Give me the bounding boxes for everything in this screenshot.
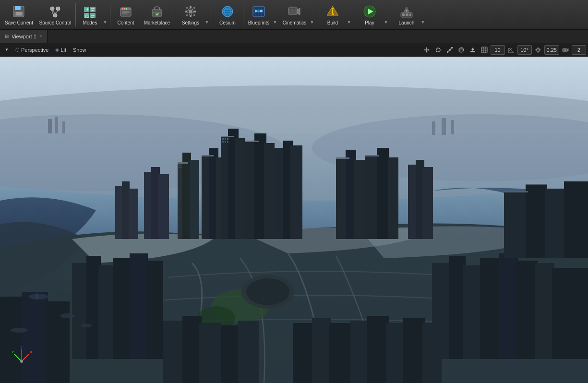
cinematics-group: Cinematics ▼ bbox=[279, 1, 316, 28]
toolbar-separator-4 bbox=[212, 3, 212, 26]
blueprints-icon bbox=[251, 4, 266, 19]
marketplace-button[interactable]: Marketplace bbox=[140, 1, 174, 28]
svg-line-208 bbox=[22, 354, 29, 361]
svg-rect-21 bbox=[91, 15, 95, 16]
blueprints-button[interactable]: Blueprints bbox=[244, 1, 273, 28]
scale-value-display[interactable]: 0.25 bbox=[544, 45, 559, 55]
launch-button[interactable]: Launch bbox=[392, 1, 421, 28]
svg-rect-155 bbox=[130, 253, 148, 359]
source-control-button[interactable]: Source Control bbox=[36, 1, 74, 28]
svg-rect-63 bbox=[332, 13, 334, 15]
svg-line-9 bbox=[55, 11, 58, 13]
toolbar-separator-2 bbox=[110, 3, 110, 26]
perspective-btn[interactable]: ⬡ Perspective bbox=[12, 45, 51, 55]
cinematics-button[interactable]: Cinematics bbox=[279, 1, 310, 28]
cinematics-arrow[interactable]: ▼ bbox=[310, 1, 316, 28]
svg-rect-175 bbox=[329, 323, 350, 383]
marketplace-label: Marketplace bbox=[144, 20, 170, 25]
play-icon bbox=[362, 4, 377, 19]
lit-btn[interactable]: ◈ Lit bbox=[52, 45, 69, 55]
svg-rect-37 bbox=[185, 11, 187, 12]
surface-snap-btn[interactable] bbox=[468, 45, 478, 55]
angle-size-display[interactable]: 10° bbox=[517, 45, 532, 55]
cesium-button[interactable]: Cesium bbox=[213, 1, 242, 28]
svg-rect-176 bbox=[350, 321, 370, 383]
svg-rect-203 bbox=[526, 184, 547, 258]
viewport-tab-close[interactable]: × bbox=[39, 34, 42, 39]
svg-rect-36 bbox=[190, 15, 192, 17]
svg-marker-80 bbox=[436, 50, 438, 52]
viewport-tab-icon: ⊞ bbox=[5, 34, 9, 39]
camera-speed-btn[interactable] bbox=[560, 45, 571, 55]
viewport-dropdown-btn[interactable]: ▼ bbox=[2, 45, 12, 55]
svg-rect-22 bbox=[91, 17, 94, 18]
svg-rect-145 bbox=[422, 167, 433, 239]
build-button[interactable]: Build bbox=[318, 1, 347, 28]
svg-rect-153 bbox=[98, 265, 115, 359]
show-btn[interactable]: Show bbox=[70, 45, 89, 55]
angle-snap-btn[interactable] bbox=[506, 45, 516, 55]
svg-rect-160 bbox=[480, 258, 502, 359]
settings-button[interactable]: Settings bbox=[176, 1, 205, 28]
svg-point-84 bbox=[449, 49, 451, 51]
viewport-tab-label: Viewport 1 bbox=[12, 34, 36, 39]
scale-snap-btn[interactable] bbox=[533, 45, 543, 55]
content-icon bbox=[118, 4, 133, 19]
modes-arrow[interactable]: ▼ bbox=[103, 1, 109, 28]
play-arrow[interactable]: ▼ bbox=[384, 1, 390, 28]
launch-arrow[interactable]: ▼ bbox=[421, 1, 427, 28]
modes-group: Modes ▼ bbox=[77, 1, 109, 28]
svg-rect-207 bbox=[526, 184, 547, 185]
svg-rect-162 bbox=[516, 261, 538, 359]
svg-rect-205 bbox=[564, 181, 588, 258]
toolbar-separator-3 bbox=[175, 3, 175, 26]
scale-btn[interactable] bbox=[444, 45, 455, 55]
svg-rect-164 bbox=[552, 268, 588, 359]
rotate-btn[interactable] bbox=[433, 45, 444, 55]
viewport-tab-1[interactable]: ⊞ Viewport 1 × bbox=[0, 30, 48, 43]
modes-button[interactable]: Modes bbox=[77, 1, 103, 28]
svg-rect-201 bbox=[227, 141, 228, 143]
svg-rect-111 bbox=[48, 119, 52, 133]
viewport-controls-bar: ▼ ⬡ Perspective ◈ Lit Show bbox=[0, 43, 588, 57]
world-space-btn[interactable] bbox=[456, 45, 467, 55]
content-button[interactable]: Content bbox=[111, 1, 140, 28]
svg-marker-79 bbox=[428, 49, 430, 50]
camera-speed-value[interactable]: 2 bbox=[572, 45, 586, 55]
svg-rect-156 bbox=[146, 261, 163, 359]
svg-rect-178 bbox=[386, 323, 406, 383]
translate-btn[interactable] bbox=[421, 45, 432, 55]
save-current-button[interactable]: Save Current bbox=[2, 1, 36, 28]
svg-rect-35 bbox=[190, 6, 192, 8]
svg-rect-197 bbox=[225, 138, 226, 140]
build-arrow[interactable]: ▼ bbox=[347, 1, 353, 28]
svg-marker-89 bbox=[471, 48, 474, 50]
svg-rect-179 bbox=[403, 318, 425, 383]
svg-rect-83 bbox=[451, 47, 453, 48]
launch-icon bbox=[399, 4, 414, 19]
svg-point-183 bbox=[60, 313, 74, 318]
grid-size-display[interactable]: 10 bbox=[491, 45, 505, 55]
svg-rect-42 bbox=[193, 14, 195, 16]
svg-point-65 bbox=[332, 8, 334, 10]
svg-rect-174 bbox=[312, 318, 331, 383]
launch-group: Launch ▼ bbox=[392, 1, 427, 28]
svg-rect-64 bbox=[332, 10, 333, 13]
svg-rect-114 bbox=[432, 121, 435, 135]
toolbar-separator-6 bbox=[317, 3, 317, 26]
viewport-tabbar: ⊞ Viewport 1 × bbox=[0, 30, 588, 43]
svg-rect-187 bbox=[202, 155, 214, 156]
svg-rect-198 bbox=[227, 138, 228, 140]
settings-arrow[interactable]: ▼ bbox=[205, 1, 211, 28]
grid-snap-btn[interactable] bbox=[479, 45, 490, 55]
svg-rect-12 bbox=[90, 7, 96, 12]
svg-rect-18 bbox=[91, 10, 94, 11]
city-scene bbox=[0, 57, 588, 383]
svg-point-5 bbox=[50, 7, 54, 11]
blueprints-arrow[interactable]: ▼ bbox=[273, 1, 279, 28]
play-button[interactable]: Play bbox=[355, 1, 384, 28]
svg-rect-127 bbox=[235, 138, 245, 239]
svg-rect-154 bbox=[113, 258, 132, 359]
svg-rect-39 bbox=[186, 7, 188, 9]
svg-rect-130 bbox=[264, 143, 275, 239]
